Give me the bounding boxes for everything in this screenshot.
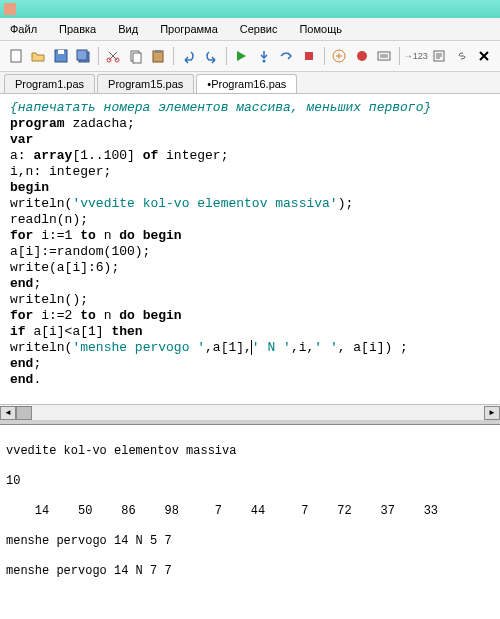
svg-rect-2 bbox=[58, 50, 64, 54]
horizontal-scrollbar[interactable]: ◄ ► bbox=[0, 404, 500, 420]
code-line: write(a[i]:6); bbox=[10, 260, 490, 276]
menu-file[interactable]: Файл bbox=[6, 21, 41, 37]
output-line: vvedite kol-vo elementov massiva bbox=[6, 444, 494, 459]
code-line: i,n: integer; bbox=[10, 164, 490, 180]
save-button[interactable] bbox=[51, 45, 70, 67]
code-line: a[i]:=random(100); bbox=[10, 244, 490, 260]
menu-service[interactable]: Сервис bbox=[236, 21, 282, 37]
scroll-right-arrow[interactable]: ► bbox=[484, 406, 500, 420]
step-over-button[interactable] bbox=[277, 45, 296, 67]
code-text: n bbox=[96, 308, 119, 323]
step-into-button[interactable] bbox=[254, 45, 273, 67]
kw: if bbox=[10, 324, 26, 339]
str: ' ' bbox=[314, 340, 337, 355]
svg-rect-15 bbox=[378, 52, 390, 60]
kw: program bbox=[10, 116, 65, 131]
output-line: 14 50 86 98 7 44 7 72 37 33 bbox=[6, 504, 494, 519]
svg-point-14 bbox=[357, 51, 367, 61]
code-text: n bbox=[96, 228, 119, 243]
code-text: i:=2 bbox=[33, 308, 80, 323]
output-line: menshe pervogo 14 N 5 7 bbox=[6, 534, 494, 549]
code-text: a: bbox=[10, 148, 33, 163]
code-text: writeln( bbox=[10, 340, 72, 355]
svg-rect-12 bbox=[305, 52, 313, 60]
kw: begin bbox=[10, 180, 49, 195]
output-panel[interactable]: vvedite kol-vo elementov massiva 10 14 5… bbox=[0, 424, 500, 604]
svg-point-11 bbox=[262, 60, 265, 63]
tab-program1[interactable]: Program1.pas bbox=[4, 74, 95, 93]
toolbar: →123 bbox=[0, 41, 500, 72]
output-line: 10 bbox=[6, 474, 494, 489]
code-text: ); bbox=[338, 196, 354, 211]
goto-icon: →123 bbox=[404, 51, 428, 61]
compile-button[interactable] bbox=[430, 45, 449, 67]
separator bbox=[173, 47, 174, 65]
code-text: a[i]<a[1] bbox=[26, 324, 112, 339]
open-button[interactable] bbox=[28, 45, 47, 67]
scroll-thumb[interactable] bbox=[16, 406, 32, 420]
code-text: ; bbox=[33, 276, 41, 291]
kw: array bbox=[33, 148, 72, 163]
kw: for bbox=[10, 228, 33, 243]
kw: end bbox=[10, 356, 33, 371]
run-button[interactable] bbox=[232, 45, 251, 67]
close-button[interactable] bbox=[475, 45, 494, 67]
separator bbox=[399, 47, 400, 65]
link-button[interactable] bbox=[452, 45, 471, 67]
tab-program16[interactable]: •Program16.pas bbox=[196, 74, 297, 93]
menu-help[interactable]: Помощь bbox=[295, 21, 346, 37]
new-button[interactable] bbox=[6, 45, 25, 67]
kw: to bbox=[80, 228, 96, 243]
cut-button[interactable] bbox=[104, 45, 123, 67]
code-text: [1..100] bbox=[72, 148, 142, 163]
menu-view[interactable]: Вид bbox=[114, 21, 142, 37]
scroll-left-arrow[interactable]: ◄ bbox=[0, 406, 16, 420]
kw: do begin bbox=[119, 228, 181, 243]
code-text: , a[i]) ; bbox=[338, 340, 408, 355]
code-comment: {напечатать номера элементов массива, ме… bbox=[10, 100, 431, 115]
kw: var bbox=[10, 132, 33, 147]
svg-rect-8 bbox=[133, 53, 141, 63]
code-text: integer; bbox=[158, 148, 228, 163]
kw: end bbox=[10, 372, 33, 387]
code-editor[interactable]: {напечатать номера элементов массива, ме… bbox=[0, 94, 500, 404]
code-text: ,a[1], bbox=[205, 340, 252, 355]
tab-program15[interactable]: Program15.pas bbox=[97, 74, 194, 93]
separator bbox=[98, 47, 99, 65]
tab-bar: Program1.pas Program15.pas •Program16.pa… bbox=[0, 72, 500, 94]
code-text: i:=1 bbox=[33, 228, 80, 243]
code-text: ,i, bbox=[291, 340, 314, 355]
output-line: menshe pervogo 14 N 7 7 bbox=[6, 564, 494, 579]
undo-button[interactable] bbox=[179, 45, 198, 67]
paste-button[interactable] bbox=[149, 45, 168, 67]
stop-button[interactable] bbox=[299, 45, 318, 67]
breakpoint-button[interactable] bbox=[352, 45, 371, 67]
code-line: writeln(); bbox=[10, 292, 490, 308]
str: ' N ' bbox=[252, 340, 291, 355]
kw: then bbox=[111, 324, 142, 339]
kw: for bbox=[10, 308, 33, 323]
code-text: . bbox=[33, 372, 41, 387]
code-text: writeln( bbox=[10, 196, 72, 211]
copy-button[interactable] bbox=[126, 45, 145, 67]
add-button[interactable] bbox=[329, 45, 348, 67]
goto-button[interactable]: →123 bbox=[405, 45, 427, 67]
kw: to bbox=[80, 308, 96, 323]
watch-button[interactable] bbox=[374, 45, 393, 67]
redo-button[interactable] bbox=[201, 45, 220, 67]
code-text: ; bbox=[33, 356, 41, 371]
code-text: zadacha; bbox=[65, 116, 135, 131]
separator bbox=[226, 47, 227, 65]
str: 'vvedite kol-vo elementov massiva' bbox=[72, 196, 337, 211]
menubar: Файл Правка Вид Программа Сервис Помощь bbox=[0, 18, 500, 41]
kw: end bbox=[10, 276, 33, 291]
svg-rect-10 bbox=[155, 50, 161, 53]
separator bbox=[324, 47, 325, 65]
save-all-button[interactable] bbox=[73, 45, 92, 67]
svg-rect-4 bbox=[77, 50, 87, 60]
kw: of bbox=[143, 148, 159, 163]
titlebar bbox=[0, 0, 500, 18]
code-line: readln(n); bbox=[10, 212, 490, 228]
menu-program[interactable]: Программа bbox=[156, 21, 222, 37]
menu-edit[interactable]: Правка bbox=[55, 21, 100, 37]
